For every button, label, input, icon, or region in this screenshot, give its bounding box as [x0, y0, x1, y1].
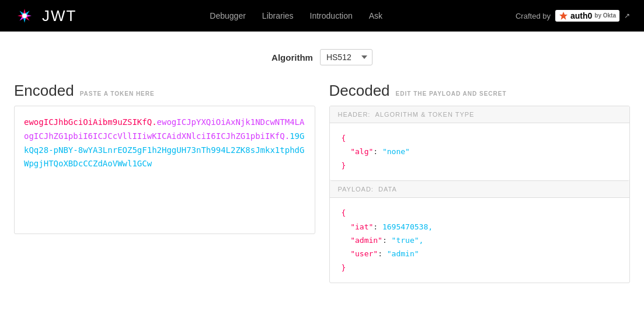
external-link-icon: ↗: [624, 12, 630, 20]
header-alg-key: "alg": [350, 147, 373, 156]
header-alg-value: "none": [382, 147, 410, 156]
payload-panel: PAYLOAD: DATA { "iat": 1695470538, "admi…: [330, 181, 630, 283]
payload-iat-value: 1695470538,: [382, 222, 433, 231]
navbar-center: Debugger Libraries Introduction Ask: [210, 11, 382, 20]
nav-libraries[interactable]: Libraries: [262, 11, 294, 20]
encoded-subtitle: PASTE A TOKEN HERE: [80, 90, 155, 97]
header-panel-title: HEADER: ALGORITHM & TOKEN TYPE: [330, 106, 630, 123]
payload-panel-body[interactable]: { "iat": 1695470538, "admin": "true", "u…: [330, 198, 630, 283]
header-label: HEADER:: [338, 111, 371, 118]
token-header: ewogICJhbGciOiAibm9uZSIKfQ.: [24, 117, 157, 127]
auth0-badge: auth0 by Okta: [555, 10, 619, 22]
jwt-logo-icon: [14, 5, 35, 26]
svg-point-8: [22, 13, 27, 18]
algorithm-select[interactable]: HS512 HS256 HS384 RS256 RS384 RS512: [320, 49, 373, 65]
header-brace-open: {: [342, 134, 346, 142]
payload-user-key: "user": [350, 249, 378, 258]
auth0-star-icon: [559, 11, 568, 20]
algorithm-row: Algorithm HS512 HS256 HS384 RS256 RS384 …: [14, 49, 630, 65]
svg-marker-9: [559, 12, 568, 20]
decoded-header: Decoded EDIT THE PAYLOAD AND SECRET: [329, 82, 631, 100]
decoded-subtitle: EDIT THE PAYLOAD AND SECRET: [396, 90, 507, 97]
payload-iat-key: "iat": [350, 222, 373, 231]
payload-brace-close: }: [342, 263, 346, 272]
payload-sublabel: DATA: [378, 186, 397, 193]
decoded-column: Decoded EDIT THE PAYLOAD AND SECRET HEAD…: [329, 82, 631, 283]
columns: Encoded PASTE A TOKEN HERE ewogICJhbGciO…: [14, 82, 630, 283]
crafted-by-text: Crafted by: [516, 12, 551, 20]
decoded-panels: HEADER: ALGORITHM & TOKEN TYPE { "alg": …: [329, 106, 631, 283]
auth0-label: auth0: [570, 11, 592, 20]
payload-admin-key: "admin": [350, 236, 382, 245]
auth0-logo: auth0 by Okta: [555, 10, 619, 22]
brand-name: JWT: [42, 7, 76, 25]
algorithm-label: Algorithm: [271, 53, 313, 62]
payload-admin-value: "true",: [392, 236, 424, 245]
encoded-box[interactable]: ewogICJhbGciOiAibm9uZSIKfQ.ewogICJpYXQiO…: [14, 106, 315, 234]
nav-introduction[interactable]: Introduction: [310, 11, 353, 20]
payload-user-value: "admin": [387, 249, 419, 258]
encoded-column: Encoded PASTE A TOKEN HERE ewogICJhbGciO…: [14, 82, 315, 234]
payload-panel-title: PAYLOAD: DATA: [330, 181, 630, 198]
header-panel-body[interactable]: { "alg": "none" }: [330, 123, 630, 180]
main-content: Algorithm HS512 HS256 HS384 RS256 RS384 …: [0, 32, 644, 295]
header-sublabel: ALGORITHM & TOKEN TYPE: [375, 111, 475, 118]
navbar-right: Crafted by auth0 by Okta ↗: [516, 10, 630, 22]
navbar: JWT Debugger Libraries Introduction Ask …: [0, 0, 644, 32]
payload-label: PAYLOAD:: [338, 186, 374, 193]
payload-brace-open: {: [342, 208, 346, 217]
nav-debugger[interactable]: Debugger: [210, 11, 246, 20]
okta-label: by Okta: [594, 13, 616, 19]
nav-ask[interactable]: Ask: [369, 11, 382, 20]
navbar-left: JWT: [14, 5, 76, 26]
header-brace-close: }: [342, 161, 346, 170]
header-panel: HEADER: ALGORITHM & TOKEN TYPE { "alg": …: [330, 106, 630, 181]
encoded-header: Encoded PASTE A TOKEN HERE: [14, 82, 315, 100]
encoded-title: Encoded: [14, 82, 74, 100]
decoded-title: Decoded: [329, 82, 390, 100]
